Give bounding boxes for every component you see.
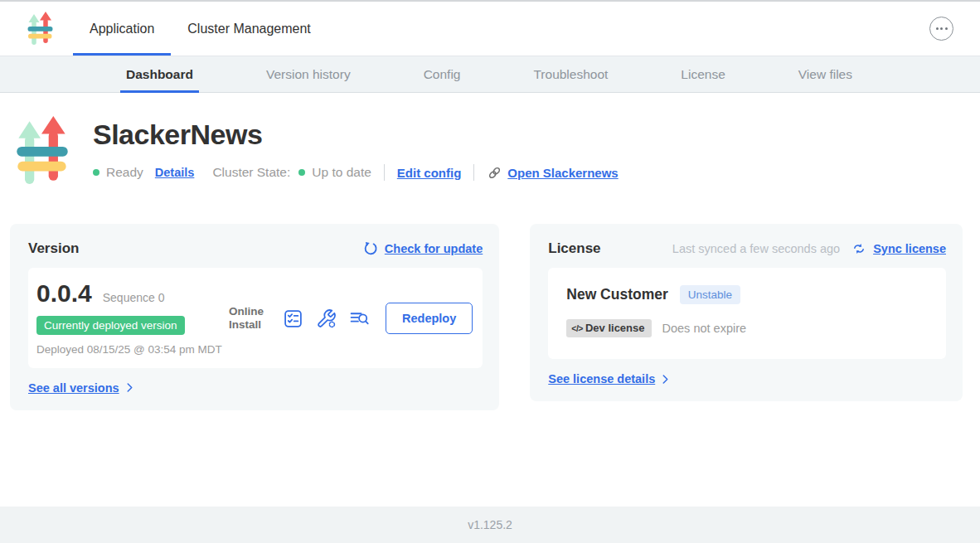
version-sequence: Sequence 0	[103, 291, 165, 304]
app-status-dot-icon	[93, 169, 99, 176]
divider	[384, 164, 385, 181]
license-detail-panel: New Customer Unstable </> Dev license Do…	[548, 268, 946, 359]
chevron-right-icon	[659, 373, 672, 385]
top-tab-label: Application	[90, 22, 154, 36]
open-app-link-group[interactable]: Open Slackernews	[487, 165, 618, 181]
current-version-panel: 0.0.4 Sequence 0 Currently deployed vers…	[28, 268, 483, 368]
ellipsis-menu-icon[interactable]	[929, 17, 953, 41]
cluster-state-value: Up to date	[312, 165, 371, 180]
slackernews-logo-icon	[27, 12, 53, 46]
app-header: SlackerNews Ready Details Cluster State:…	[17, 116, 980, 189]
details-link[interactable]: Details	[155, 166, 195, 179]
top-nav: Application Cluster Management	[0, 2, 980, 56]
cluster-state-label: Cluster State:	[212, 165, 290, 180]
chevron-right-icon	[124, 381, 136, 394]
tab-license[interactable]: License	[675, 56, 730, 92]
footer-bar: v1.125.2	[0, 507, 980, 543]
deploy-logs-icon[interactable]	[349, 308, 370, 329]
app-logo-icon	[17, 116, 68, 189]
deployed-timestamp: Deployed 08/15/25 @ 03:54 pm MDT	[36, 342, 226, 358]
edit-config-link[interactable]: Edit config	[397, 166, 462, 180]
app-status-row: Ready Details Cluster State: Up to date …	[93, 164, 619, 181]
license-card-title: License	[548, 240, 600, 257]
sync-icon	[851, 241, 866, 256]
tab-version-history[interactable]: Version history	[260, 56, 357, 92]
install-type-label: Online Install	[229, 305, 270, 333]
link-chain-icon	[487, 165, 502, 181]
page-title: SlackerNews	[93, 119, 619, 151]
top-tab-cluster-management[interactable]: Cluster Management	[171, 2, 327, 56]
tab-dashboard[interactable]: Dashboard	[120, 56, 199, 92]
open-app-link[interactable]: Open Slackernews	[507, 166, 618, 180]
license-card: License Last synced a few seconds ago Sy…	[530, 224, 963, 401]
channel-badge: Unstable	[680, 285, 740, 304]
config-wrench-icon[interactable]	[316, 308, 337, 329]
sync-license-link[interactable]: Sync license	[873, 242, 946, 255]
version-number: 0.0.4	[36, 279, 92, 308]
tab-view-files[interactable]: View files	[793, 56, 858, 92]
check-for-update-link[interactable]: Check for update	[385, 242, 483, 255]
divider	[473, 164, 474, 181]
deployed-status-badge: Currently deployed version	[36, 316, 185, 335]
last-synced-text: Last synced a few seconds ago	[672, 242, 840, 255]
see-all-versions-link[interactable]: See all versions	[28, 381, 136, 395]
see-license-details-link[interactable]: See license details	[548, 372, 672, 385]
console-version: v1.125.2	[468, 518, 512, 531]
refresh-icon	[363, 241, 378, 256]
license-type-badge: </> Dev license	[566, 319, 651, 337]
top-tab-application[interactable]: Application	[73, 2, 171, 56]
app-status-text: Ready	[106, 165, 143, 180]
preflight-checks-icon[interactable]	[283, 308, 303, 329]
admin-console-page: Application Cluster Management Dashboard…	[0, 0, 980, 543]
tab-troubleshoot[interactable]: Troubleshoot	[527, 56, 614, 92]
customer-name: New Customer	[566, 286, 668, 303]
redeploy-button[interactable]: Redeploy	[386, 303, 473, 334]
app-sub-nav: Dashboard Version history Config Trouble…	[0, 56, 980, 93]
code-icon: </>	[571, 323, 583, 333]
brand-logo[interactable]	[27, 2, 53, 56]
version-card-title: Version	[28, 240, 79, 257]
top-nav-right	[929, 2, 980, 56]
tab-config[interactable]: Config	[418, 56, 467, 92]
top-tab-label: Cluster Management	[187, 22, 311, 36]
main-content: SlackerNews Ready Details Cluster State:…	[0, 93, 980, 507]
dashboard-cards: Version Check for update 0.0.4 Sequence	[10, 224, 963, 410]
cluster-state-dot-icon	[298, 169, 305, 176]
version-card: Version Check for update 0.0.4 Sequence	[10, 224, 499, 410]
license-expiration: Does not expire	[662, 322, 747, 335]
